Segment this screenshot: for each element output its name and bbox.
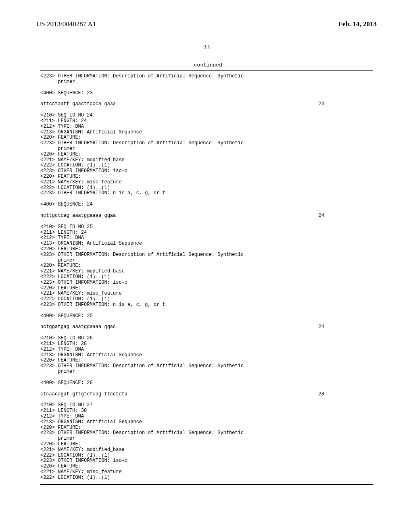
seq27-location2: <222> LOCATION: (1)..(1)	[40, 475, 373, 481]
seq23-header: <400> SEQUENCE: 23	[40, 91, 373, 96]
seq26-length-value: 28	[319, 392, 324, 397]
publication-number: US 2013/0040287 A1	[36, 20, 96, 28]
seq27-seqid: <210> SEQ ID NO 27	[40, 403, 373, 408]
seq27-feature2: <220> FEATURE:	[40, 442, 373, 447]
seq24-location2: <222> LOCATION: (1)..(1)	[40, 185, 373, 191]
seq27-feature1: <220> FEATURE:	[40, 425, 373, 431]
seq27-other-info-cont: primer	[40, 436, 373, 442]
sequence-listing: <223> OTHER INFORMATION: Description of …	[40, 70, 373, 485]
seq24-feature2: <220> FEATURE:	[40, 152, 373, 158]
seq24-other-n: <223> OTHER INFORMATION: n is a, c, g, o…	[40, 191, 373, 196]
seq25-length: <211> LENGTH: 24	[40, 230, 373, 236]
seq25-other-info-cont: primer	[40, 258, 373, 264]
seq24-namekey-modified-base: <221> NAME/KEY: modified_base	[40, 158, 373, 163]
seq26-header: <400> SEQUENCE: 26	[40, 380, 373, 386]
page-number: 33	[36, 44, 377, 51]
seq27-type: <212> TYPE: DNA	[40, 414, 373, 420]
seq25-organism: <213> ORGANISM: Artificial Sequence	[40, 241, 373, 247]
seq24-sequence-row: ncttgctcag aaatggaaaa ggaa 24	[40, 213, 373, 219]
seq27-other-iso: <223> OTHER INFORMATION: iso-c	[40, 458, 373, 464]
seq24-sequence: ncttgctcag aaatggaaaa ggaa	[40, 213, 116, 219]
continued-label: -continued	[36, 62, 377, 68]
seq24-seqid: <210> SEQ ID NO 24	[40, 113, 373, 118]
seq25-length-value: 24	[319, 324, 324, 330]
seq27-feature3: <220> FEATURE:	[40, 464, 373, 470]
seq23-sequence: attcctaatt gaacttccca gaaa	[40, 102, 116, 107]
seq24-organism: <213> ORGANISM: Artificial Sequence	[40, 130, 373, 135]
seq24-header: <400> SEQUENCE: 24	[40, 202, 373, 208]
seq26-feature1: <220> FEATURE:	[40, 358, 373, 364]
seq26-length: <211> LENGTH: 28	[40, 341, 373, 347]
seq25-other-info: <223> OTHER INFORMATION: Description of …	[40, 252, 373, 258]
seq24-feature1: <220> FEATURE:	[40, 135, 373, 141]
seq25-sequence: nctggatgag aaatggaaaa ggac	[40, 324, 116, 330]
seq25-feature3: <220> FEATURE:	[40, 286, 373, 291]
seq27-location1: <222> LOCATION: (1)..(1)	[40, 453, 373, 459]
seq25-other-n: <223> OTHER INFORMATION: n is a, c, g, o…	[40, 302, 373, 308]
seq25-location2: <222> LOCATION: (1)..(1)	[40, 297, 373, 302]
seq25-location1: <222> LOCATION: (1)..(1)	[40, 274, 373, 280]
seq25-header: <400> SEQUENCE: 25	[40, 314, 373, 319]
seq25-other-iso: <223> OTHER INFORMATION: iso-c	[40, 280, 373, 286]
seq23-sequence-row: attcctaatt gaacttccca gaaa 24	[40, 102, 373, 107]
seq24-other-iso: <223> OTHER INFORMATION: iso-c	[40, 168, 373, 174]
seq23-other-info: <223> OTHER INFORMATION: Description of …	[40, 74, 373, 79]
seq27-namekey-misc-feature: <221> NAME/KEY: misc_feature	[40, 470, 373, 475]
seq24-feature3: <220> FEATURE:	[40, 174, 373, 180]
seq26-other-info: <223> OTHER INFORMATION: Description of …	[40, 364, 373, 369]
seq27-organism: <213> ORGANISM: Artificial Sequence	[40, 420, 373, 425]
seq24-length: <211> LENGTH: 24	[40, 118, 373, 124]
seq24-namekey-misc-feature: <221> NAME/KEY: misc_feature	[40, 180, 373, 185]
seq27-namekey-modified-base: <221> NAME/KEY: modified_base	[40, 447, 373, 453]
seq25-namekey-misc-feature: <221> NAME/KEY: misc_feature	[40, 291, 373, 297]
seq24-length-value: 24	[319, 213, 324, 219]
seq24-other-info: <223> OTHER INFORMATION: Description of …	[40, 141, 373, 146]
seq27-other-info: <223> OTHER INFORMATION: Description of …	[40, 430, 373, 436]
seq25-seqid: <210> SEQ ID NO 25	[40, 224, 373, 230]
seq24-location1: <222> LOCATION: (1)..(1)	[40, 163, 373, 168]
seq26-type: <212> TYPE: DNA	[40, 347, 373, 353]
seq25-feature2: <220> FEATURE:	[40, 263, 373, 269]
seq25-feature1: <220> FEATURE:	[40, 247, 373, 252]
seq26-sequence-row: ctcaacagat gttgtctcag ttcctcta 28	[40, 392, 373, 397]
seq25-namekey-modified-base: <221> NAME/KEY: modified_base	[40, 269, 373, 274]
seq26-sequence: ctcaacagat gttgtctcag ttcctcta	[40, 392, 127, 397]
seq27-length: <211> LENGTH: 30	[40, 408, 373, 414]
seq23-other-info-cont: primer	[40, 79, 373, 85]
seq24-other-info-cont: primer	[40, 146, 373, 152]
publication-date: Feb. 14, 2013	[338, 20, 377, 28]
seq24-type: <212> TYPE: DNA	[40, 124, 373, 130]
page-header: US 2013/0040287 A1 Feb. 14, 2013	[36, 20, 377, 28]
seq26-seqid: <210> SEQ ID NO 26	[40, 336, 373, 341]
seq25-sequence-row: nctggatgag aaatggaaaa ggac 24	[40, 324, 373, 330]
seq23-length-value: 24	[319, 102, 324, 107]
seq26-organism: <213> ORGANISM: Artificial Sequence	[40, 353, 373, 358]
seq25-type: <212> TYPE: DNA	[40, 235, 373, 241]
seq26-other-info-cont: primer	[40, 369, 373, 375]
